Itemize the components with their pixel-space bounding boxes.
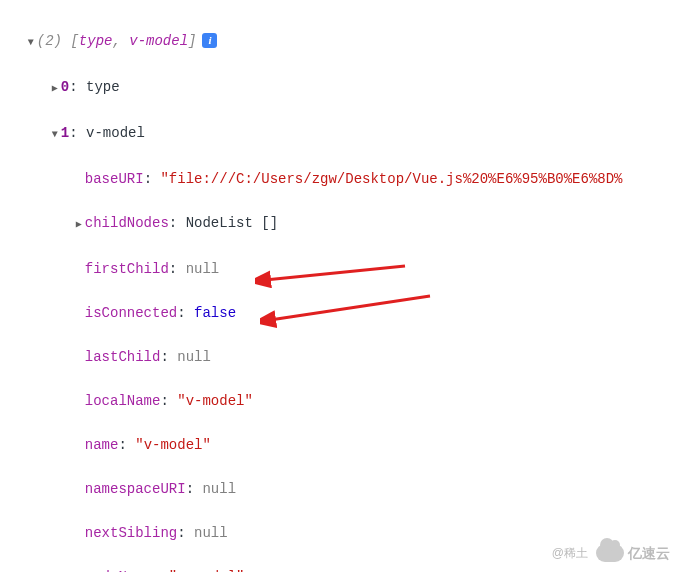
- value: NodeList []: [186, 215, 278, 231]
- watermark-brand: 亿速云: [596, 542, 670, 564]
- key: nextSibling: [85, 525, 177, 541]
- value: "v-model": [177, 393, 253, 409]
- value: null: [202, 481, 236, 497]
- value: v-model: [86, 125, 145, 141]
- key: 0: [61, 79, 69, 95]
- watermark: @稀土 亿速云: [552, 542, 670, 564]
- prop-lastChild[interactable]: lastChild: null: [8, 324, 678, 368]
- array-count: (2): [37, 33, 62, 49]
- prop-nextSibling[interactable]: nextSibling: null: [8, 500, 678, 544]
- caret-right-icon[interactable]: [49, 76, 61, 100]
- prop-childNodes[interactable]: childNodes: NodeList []: [8, 190, 678, 236]
- prop-localName[interactable]: localName: "v-model": [8, 368, 678, 412]
- key: baseURI: [85, 171, 144, 187]
- prop-name[interactable]: name: "v-model": [8, 412, 678, 456]
- tree-row-root[interactable]: (2) [type, v-model]i: [8, 8, 678, 54]
- key: localName: [85, 393, 161, 409]
- prop-isConnected[interactable]: isConnected: false: [8, 280, 678, 324]
- array-preview-item-0: type: [79, 33, 113, 49]
- bracket-close: ]: [188, 33, 196, 49]
- prop-namespaceURI[interactable]: namespaceURI: null: [8, 456, 678, 500]
- info-icon[interactable]: i: [202, 33, 217, 48]
- value: "v-model": [135, 437, 211, 453]
- tree-row-index-1[interactable]: 1: v-model: [8, 100, 678, 146]
- caret-down-icon[interactable]: [25, 30, 37, 54]
- prop-baseURI[interactable]: baseURI: "file:///C:/Users/zgw/Desktop/V…: [8, 146, 678, 190]
- key: childNodes: [85, 215, 169, 231]
- caret-right-icon[interactable]: [73, 212, 85, 236]
- value: null: [186, 261, 220, 277]
- value: false: [194, 305, 236, 321]
- value: type: [86, 79, 120, 95]
- prop-firstChild[interactable]: firstChild: null: [8, 236, 678, 280]
- key: isConnected: [85, 305, 177, 321]
- value: "file:///C:/Users/zgw/Desktop/Vue.js%20%…: [160, 171, 622, 187]
- array-preview-item-1: v-model: [129, 33, 188, 49]
- value: null: [177, 349, 211, 365]
- tree-row-index-0[interactable]: 0: type: [8, 54, 678, 100]
- key: namespaceURI: [85, 481, 186, 497]
- value: null: [194, 525, 228, 541]
- sep: ,: [112, 33, 129, 49]
- key: 1: [61, 125, 69, 141]
- caret-down-icon[interactable]: [49, 122, 61, 146]
- key: firstChild: [85, 261, 169, 277]
- cloud-icon: [596, 544, 624, 562]
- watermark-text: @稀土: [552, 542, 588, 564]
- key: name: [85, 437, 119, 453]
- bracket-open: [: [70, 33, 78, 49]
- key: lastChild: [85, 349, 161, 365]
